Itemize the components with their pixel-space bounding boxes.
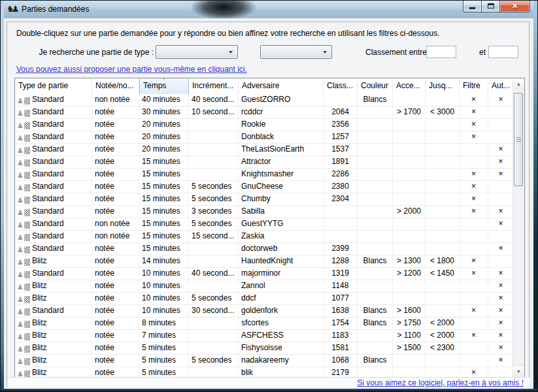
game-type-dropdown[interactable] bbox=[156, 45, 238, 59]
cell-opponent: Zannol bbox=[239, 280, 324, 292]
cell-below bbox=[426, 293, 460, 304]
cell-auto bbox=[488, 131, 513, 143]
cell-below: < 1800 bbox=[426, 255, 460, 267]
table-row[interactable]: ♟Standardnon notée15 minutes15 second...… bbox=[15, 231, 513, 243]
cell-below bbox=[426, 367, 460, 378]
table-row[interactable]: ♟Blitznotée5 minutesblik2179× bbox=[15, 367, 513, 378]
cell-filter: × bbox=[460, 119, 488, 131]
scroll-down-icon: ▼ bbox=[516, 369, 521, 374]
column-header-couleur[interactable]: Couleur bbox=[358, 78, 393, 94]
table-row[interactable]: ♟Standardnotée20 minutesRookie2356× bbox=[15, 119, 513, 131]
cell-above: > 1200 bbox=[393, 268, 426, 280]
maximize-icon bbox=[488, 3, 494, 8]
cell-time: 20 minutes bbox=[139, 119, 189, 131]
table-row[interactable]: ♟Standardnotée15 minutesAttractor1891× bbox=[15, 156, 513, 169]
table-row[interactable]: ♟Standardnotée20 minutesDonblack1257× bbox=[15, 131, 513, 144]
status-bar: Si vous aimez ce logiciel, parlez-en à v… bbox=[7, 377, 530, 389]
title-bar[interactable]: ♞♟ Parties demandées ✕ bbox=[0, 0, 538, 18]
column-header-temps[interactable]: Temps▼ bbox=[139, 78, 189, 94]
table-row[interactable]: ♟Standardnon notée40 minutes40 second...… bbox=[15, 94, 513, 106]
cell-rated: non notée bbox=[92, 231, 139, 242]
table-row[interactable]: ♟Standardnotée15 minutesKnightsmasher228… bbox=[15, 169, 513, 181]
table-row[interactable]: ♟Standardnotée15 minutes3 secondesSabill… bbox=[15, 206, 513, 218]
column-header-type-de-partie[interactable]: Type de partie bbox=[15, 78, 92, 94]
cell-above: > 1700 bbox=[393, 106, 426, 118]
cell-color bbox=[358, 342, 393, 354]
cell-color bbox=[358, 181, 393, 193]
table-row[interactable]: ♟Standardnotée15 minutes5 secondesChumby… bbox=[15, 193, 513, 206]
cell-time: 15 minutes bbox=[139, 231, 189, 242]
table-row[interactable]: ♟Standardnon notée15 minutes5 secondesGu… bbox=[15, 218, 513, 231]
cell-increment: 40 second... bbox=[189, 94, 239, 106]
cell-below bbox=[426, 243, 460, 255]
cell-above bbox=[393, 131, 426, 143]
vertical-scrollbar[interactable]: ▲ ▼ bbox=[513, 78, 524, 377]
table-row[interactable]: ♟Standardnotée15 minutesdoctorweb2399× bbox=[15, 243, 513, 255]
cell-increment: 3 secondes bbox=[189, 206, 239, 218]
cell-above: > 2000 bbox=[393, 206, 426, 218]
cell-above bbox=[393, 119, 426, 131]
games-table: Type de partieNotée/no...Temps▼Incrément… bbox=[14, 78, 525, 378]
column-header-jusq[interactable]: Jusq... bbox=[426, 78, 460, 94]
close-button[interactable]: ✕ bbox=[499, 0, 530, 12]
cell-opponent: ASFCHESS bbox=[239, 330, 324, 342]
table-row[interactable]: ♟Standardnotée20 minutesTheLastSionEarth… bbox=[15, 144, 513, 156]
dialog-body: Double-cliquez sur une partie demandée p… bbox=[4, 18, 533, 389]
column-header-filtre[interactable]: Filtre bbox=[460, 78, 488, 94]
maximize-button[interactable] bbox=[482, 0, 499, 12]
cell-filter bbox=[460, 280, 488, 292]
table-row[interactable]: ♟Blitznotée7 minutesASFCHESS1183> 1100< … bbox=[15, 330, 513, 342]
column-header-not-e-no[interactable]: Notée/no... bbox=[92, 78, 139, 94]
scroll-down-button[interactable]: ▼ bbox=[513, 365, 524, 377]
table-row[interactable]: ♟Standardnotée15 minutes5 secondesGnuChe… bbox=[15, 181, 513, 193]
cell-above bbox=[393, 243, 426, 255]
table-row[interactable]: ♟Blitznotée8 minutessfcortes1754Blancs> … bbox=[15, 318, 513, 330]
scroll-up-button[interactable]: ▲ bbox=[513, 78, 524, 90]
cell-increment bbox=[189, 342, 239, 354]
table-row[interactable]: ♟Standardnotée10 minutes30 second...gold… bbox=[15, 305, 513, 318]
propose-game-link[interactable]: Vous pouvez aussi proposer une partie vo… bbox=[16, 65, 247, 74]
cell-rated: notée bbox=[92, 367, 139, 378]
table-row[interactable]: ♟Blitznotée5 minutesFishysoisse1581> 150… bbox=[15, 342, 513, 355]
cell-color: Blancs bbox=[358, 305, 393, 317]
cell-auto: × bbox=[488, 206, 513, 218]
cell-auto: × bbox=[488, 293, 513, 304]
minimize-button[interactable] bbox=[463, 0, 482, 12]
cell-type: ♟Standard bbox=[15, 218, 92, 230]
cell-type: ♟Blitz bbox=[15, 280, 92, 292]
cell-color: Blancs bbox=[358, 318, 393, 329]
table-row[interactable]: ♟Blitznotée10 minutes5 secondesddcf1077× bbox=[15, 293, 513, 305]
cell-rated: notée bbox=[92, 293, 139, 304]
cell-increment: 5 secondes bbox=[189, 193, 239, 205]
cell-auto: × bbox=[488, 243, 513, 255]
cell-auto: × bbox=[488, 169, 513, 180]
table-row[interactable]: ♟Standardnotée10 minutes40 second...majo… bbox=[15, 268, 513, 280]
table-row[interactable]: ♟Standardnotée30 minutes10 second...rcdd… bbox=[15, 106, 513, 119]
share-link[interactable]: Si vous aimez ce logiciel, parlez-en à v… bbox=[357, 378, 524, 387]
cell-type: ♟Standard bbox=[15, 206, 92, 218]
cell-color bbox=[358, 293, 393, 304]
table-row[interactable]: ♟Blitznotée10 minutesZannol1148× bbox=[15, 280, 513, 293]
column-header-incr-ment[interactable]: Incrément... bbox=[189, 78, 239, 94]
cell-increment bbox=[189, 255, 239, 267]
cell-rated: notée bbox=[92, 131, 139, 143]
cell-increment: 5 secondes bbox=[189, 293, 239, 304]
column-header-class[interactable]: Class... bbox=[324, 78, 358, 94]
game-category-dropdown[interactable] bbox=[260, 45, 332, 59]
cell-type: ♟Standard bbox=[15, 144, 92, 155]
cell-filter: × bbox=[460, 367, 488, 378]
column-header-acce[interactable]: Acce... bbox=[393, 78, 426, 94]
column-header-aut[interactable]: Aut... bbox=[488, 78, 513, 94]
cell-filter: × bbox=[460, 255, 488, 267]
rating-max-input[interactable] bbox=[488, 46, 518, 58]
column-header-adversaire[interactable]: Adversaire bbox=[239, 78, 324, 94]
cell-rating bbox=[324, 231, 358, 242]
cell-rated: notée bbox=[92, 193, 139, 205]
cell-opponent: Attractor bbox=[239, 156, 324, 168]
rating-min-input[interactable] bbox=[426, 46, 456, 58]
cell-opponent: blik bbox=[239, 367, 324, 378]
scrollbar-thumb[interactable] bbox=[514, 93, 523, 186]
table-row[interactable]: ♟Blitznotée14 minutesHauntedKnight1288Bl… bbox=[15, 255, 513, 268]
chess-piece-icon: ♟ bbox=[17, 135, 30, 142]
table-row[interactable]: ♟Blitznotée5 minutes5 secondesnadakareem… bbox=[15, 355, 513, 367]
